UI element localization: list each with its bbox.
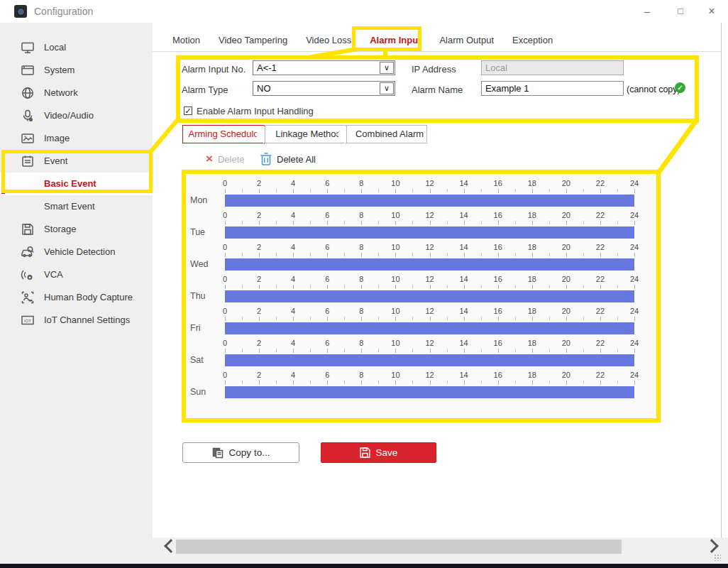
schedule-bar-thu[interactable] <box>225 290 634 302</box>
schedule-bar-fri[interactable] <box>225 322 634 334</box>
hour-tick <box>412 317 413 320</box>
hour-tick-label: 12 <box>425 211 434 219</box>
tab-video-tampering[interactable]: Video Tampering <box>219 35 287 45</box>
hour-tick-label: 10 <box>391 275 399 283</box>
hour-tick <box>583 221 584 224</box>
hour-tick <box>378 253 379 256</box>
sidebar-item-video-audio[interactable]: Video/Audio <box>0 104 153 127</box>
video-audio-icon <box>21 109 35 123</box>
subtab-combined-alarm[interactable]: Combined Alarm <box>346 125 427 143</box>
hour-tick <box>361 221 362 225</box>
schedule-bar-tue[interactable] <box>225 226 634 239</box>
save-button[interactable]: Save <box>321 442 436 463</box>
hour-tick <box>310 221 311 224</box>
tab-exception[interactable]: Exception <box>512 35 553 45</box>
sidebar-item-iot-channel-settings[interactable]: IOT IoT Channel Settings <box>0 309 153 332</box>
hour-tick <box>378 285 379 288</box>
alarm-name-field[interactable]: Example 1 <box>481 81 624 96</box>
sidebar-item-network[interactable]: Network <box>0 82 153 104</box>
alarm-type-select[interactable]: NO ∨ <box>253 81 395 96</box>
sidebar-item-vca[interactable]: VCA <box>0 263 153 286</box>
subtab-linkage-method[interactable]: Linkage Method <box>265 125 346 143</box>
sidebar-item-event[interactable]: Event <box>0 150 153 173</box>
sidebar-item-basic-event[interactable]: Basic Event <box>0 173 153 195</box>
hour-tick-label: 0 <box>223 307 227 315</box>
hour-tick-label: 6 <box>325 275 329 283</box>
hour-tick <box>276 189 277 192</box>
hour-tick <box>498 285 499 289</box>
minimize-button[interactable]: – <box>635 3 659 20</box>
hour-tick <box>344 317 345 320</box>
hour-tick <box>583 381 584 384</box>
hour-tick-label: 4 <box>291 243 295 251</box>
hour-tick-label: 0 <box>223 371 227 379</box>
hour-tick <box>225 381 226 385</box>
hour-tick-label: 6 <box>325 243 329 251</box>
hour-tick-label: 2 <box>257 371 261 379</box>
hour-tick-label: 18 <box>528 371 536 379</box>
sidebar-item-vehicle-detection[interactable]: Vehicle Detection <box>0 241 153 263</box>
delete-all-button[interactable]: Delete All <box>260 152 316 166</box>
hour-tick <box>566 189 567 193</box>
hour-tick <box>327 221 328 225</box>
schedule-bar-mon[interactable] <box>225 195 634 207</box>
copy-to-button[interactable]: Copy to... <box>182 442 299 463</box>
hour-tick <box>447 381 448 384</box>
hour-tick-label: 24 <box>630 211 639 219</box>
hour-tick-label: 20 <box>562 179 570 187</box>
tab-motion[interactable]: Motion <box>172 35 200 45</box>
hour-tick <box>447 349 448 352</box>
hour-tick <box>617 189 618 192</box>
maximize-button[interactable]: □ <box>668 3 693 20</box>
subtab-arming-schedule[interactable]: Arming Schedule <box>182 125 265 143</box>
delete-button[interactable]: × Delete <box>206 152 245 166</box>
hour-tick <box>498 189 499 193</box>
hour-tick-label: 8 <box>359 339 363 347</box>
sidebar-item-human-body-capture[interactable]: Human Body Capture <box>0 286 153 309</box>
hour-tick <box>293 349 294 353</box>
enable-alarm-handling-checkbox[interactable]: ✓ <box>184 106 192 115</box>
sidebar-item-smart-event[interactable]: Smart Event <box>0 195 153 218</box>
alarm-input-no-select[interactable]: A<-1 ∨ <box>253 60 395 75</box>
hour-tick <box>532 253 533 257</box>
hour-tick <box>344 221 345 224</box>
hour-tick <box>225 285 226 289</box>
hour-tick-label: 8 <box>359 243 363 251</box>
sidebar-item-local[interactable]: Local <box>0 36 153 59</box>
schedule-bar-sat[interactable] <box>225 354 634 366</box>
hour-tick <box>634 221 635 225</box>
tab-alarm-input[interactable]: Alarm Input <box>370 35 421 45</box>
sidebar: Local System Network Video/Audio Image E… <box>0 23 153 537</box>
schedule-row: Thu 024681012141618202224 <box>186 275 658 307</box>
schedule-bar-wed[interactable] <box>225 258 634 271</box>
hour-tick-label: 2 <box>257 339 261 347</box>
tab-alarm-output[interactable]: Alarm Output <box>439 35 494 45</box>
horizontal-scrollbar-thumb[interactable] <box>176 540 622 554</box>
hour-tick <box>327 189 328 193</box>
close-button[interactable]: × <box>700 3 724 20</box>
title-bar: Configuration – □ × <box>0 0 728 23</box>
hour-tick <box>242 221 243 224</box>
hour-tick <box>293 381 294 385</box>
schedule-bar-sun[interactable] <box>225 386 634 398</box>
hour-tick-label: 22 <box>596 179 605 187</box>
sidebar-item-system[interactable]: System <box>0 59 153 82</box>
hour-tick <box>447 285 448 288</box>
resize-grip[interactable] <box>714 554 721 561</box>
hour-tick-label: 8 <box>359 211 363 219</box>
hour-tick <box>242 285 243 288</box>
alarm-name-label: Alarm Name <box>412 84 463 95</box>
vehicle-icon <box>21 245 35 259</box>
window-title: Configuration <box>34 6 93 17</box>
sidebar-item-storage[interactable]: Storage <box>0 218 153 241</box>
hour-tick <box>430 317 431 321</box>
hour-tick <box>600 381 601 385</box>
tab-video-loss[interactable]: Video Loss <box>306 35 351 45</box>
hour-tick <box>481 285 482 288</box>
sidebar-item-image[interactable]: Image <box>0 127 153 150</box>
hour-tick <box>481 253 482 256</box>
hour-tick <box>532 349 533 353</box>
hour-tick <box>259 221 260 225</box>
hour-tick <box>361 285 362 289</box>
hour-tick <box>293 285 294 289</box>
